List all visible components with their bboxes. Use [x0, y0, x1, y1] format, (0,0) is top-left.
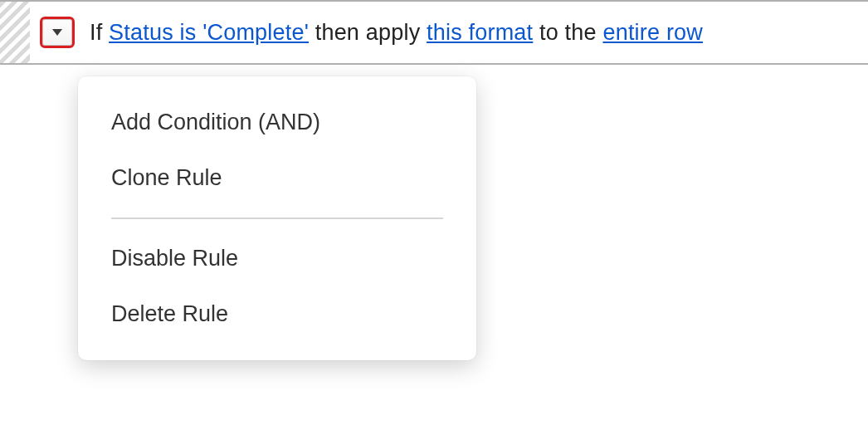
rule-dropdown-menu: Add Condition (AND) Clone Rule Disable R… [78, 76, 476, 360]
menu-item-delete-rule[interactable]: Delete Rule [78, 286, 476, 342]
menu-item-disable-rule[interactable]: Disable Rule [78, 231, 476, 286]
drag-handle[interactable] [0, 2, 30, 63]
then-text: then apply [309, 20, 427, 45]
menu-item-add-condition[interactable]: Add Condition (AND) [78, 95, 476, 150]
menu-item-clone-rule[interactable]: Clone Rule [78, 150, 476, 206]
rule-menu-trigger[interactable] [40, 17, 75, 48]
rule-row: If Status is 'Complete' then apply this … [0, 2, 868, 63]
condition-link[interactable]: Status is 'Complete' [109, 20, 309, 45]
rule-row-content: If Status is 'Complete' then apply this … [40, 17, 703, 48]
format-link[interactable]: this format [427, 20, 533, 45]
to-text: to the [533, 20, 602, 45]
if-text: If [90, 20, 109, 45]
caret-down-icon [51, 27, 63, 39]
svg-marker-0 [52, 29, 62, 36]
rule-sentence: If Status is 'Complete' then apply this … [90, 20, 703, 46]
rule-container: If Status is 'Complete' then apply this … [0, 0, 868, 65]
scope-link[interactable]: entire row [602, 20, 703, 45]
menu-divider [111, 217, 443, 219]
